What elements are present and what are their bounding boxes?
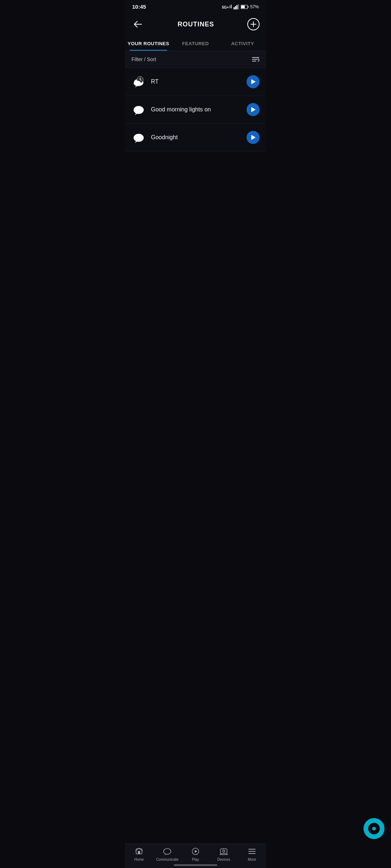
svg-marker-24 xyxy=(135,141,138,143)
status-time: 10:45 xyxy=(132,4,146,10)
play-button-rt[interactable] xyxy=(247,75,260,88)
routine-item-rt[interactable]: RT xyxy=(125,68,266,96)
tab-bar: YOUR ROUTINES FEATURED ACTIVITY xyxy=(125,36,266,51)
network-icon: 5G+ xyxy=(222,4,232,10)
svg-rect-6 xyxy=(238,4,239,9)
tab-your-routines[interactable]: YOUR ROUTINES xyxy=(125,36,172,51)
play-button-goodnight[interactable] xyxy=(247,131,260,144)
svg-point-23 xyxy=(134,134,144,142)
svg-marker-22 xyxy=(135,113,138,115)
svg-rect-5 xyxy=(236,5,237,9)
battery-icon xyxy=(241,5,249,9)
add-routine-button[interactable] xyxy=(247,18,260,30)
app-header: ROUTINES xyxy=(125,13,266,36)
tab-featured[interactable]: FEATURED xyxy=(172,36,219,51)
svg-rect-4 xyxy=(235,6,236,9)
status-icons: 5G+ 57% xyxy=(222,4,259,10)
routine-item-good-morning[interactable]: Good morning lights on xyxy=(125,96,266,124)
status-bar: 10:45 5G+ 57% xyxy=(125,0,266,13)
routine-name-good-morning: Good morning lights on xyxy=(151,106,247,113)
battery-percentage: 57% xyxy=(250,4,259,9)
tab-activity[interactable]: ACTIVITY xyxy=(219,36,266,51)
routine-name-rt: RT xyxy=(151,78,247,85)
play-button-good-morning[interactable] xyxy=(247,103,260,116)
filter-sort-bar[interactable]: Filter / Sort xyxy=(125,51,266,68)
routine-icon-rt xyxy=(131,75,146,89)
signal-icon xyxy=(234,4,239,9)
page-title: ROUTINES xyxy=(177,21,214,28)
svg-point-19 xyxy=(134,81,141,86)
svg-rect-9 xyxy=(241,5,245,8)
routine-item-goodnight[interactable]: Goodnight xyxy=(125,124,266,152)
svg-marker-14 xyxy=(135,86,138,88)
svg-rect-2 xyxy=(231,5,232,8)
routine-icon-goodnight xyxy=(131,130,146,145)
svg-point-21 xyxy=(134,106,144,114)
filter-sort-label: Filter / Sort xyxy=(131,56,156,62)
svg-rect-1 xyxy=(229,5,230,8)
sort-icon[interactable] xyxy=(252,56,260,63)
routine-name-goodnight: Goodnight xyxy=(151,134,247,141)
routine-icon-good-morning xyxy=(131,102,146,117)
svg-text:5G+: 5G+ xyxy=(222,5,229,9)
svg-rect-8 xyxy=(248,6,248,8)
back-button[interactable] xyxy=(131,18,144,31)
routine-list: RT Good morning lights on xyxy=(125,68,266,152)
svg-rect-3 xyxy=(234,7,235,9)
